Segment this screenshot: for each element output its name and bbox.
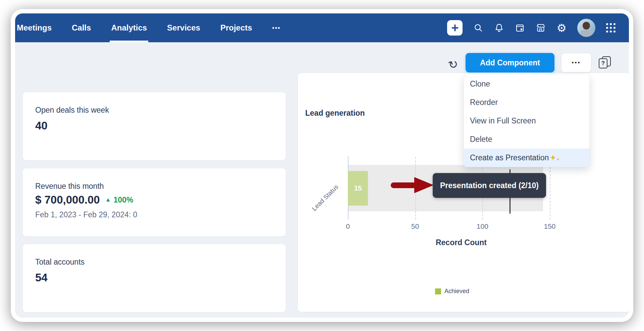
app-window: Meetings Calls Analytics Services Projec… [15, 13, 629, 318]
component-options-menu: Clone Reorder View in Full Screen Delete… [464, 75, 589, 167]
marketplace-store-icon[interactable] [536, 23, 546, 33]
kpi-value: $ 700,000.00 [35, 194, 100, 206]
legend-swatch [435, 288, 441, 294]
kpi-title: Open deals this week [35, 106, 273, 115]
kpi-card-open-deals: Open deals this week 40 [23, 92, 286, 160]
menu-item-label: Create as Presentation [470, 153, 549, 162]
notifications-bell-icon[interactable] [494, 23, 504, 33]
x-tick-label: 50 [411, 222, 419, 230]
kpi-title: Revenue this month [35, 182, 273, 191]
refresh-icon[interactable]: ↻ [446, 56, 460, 72]
annotation-arrow-icon [391, 177, 434, 193]
apps-grid-icon[interactable] [606, 23, 615, 33]
menu-item-create-as-presentation[interactable]: Create as Presentation ✦✦ [464, 149, 589, 167]
x-tick-label: 0 [346, 222, 350, 230]
help-docs-icon[interactable]: ? [598, 56, 611, 70]
kpi-value: 40 [35, 119, 273, 132]
menu-item-view-full-screen[interactable]: View in Full Screen [464, 112, 589, 130]
top-nav: Meetings Calls Analytics Services Projec… [15, 13, 629, 42]
legend-achieved[interactable]: Achieved [435, 288, 469, 295]
x-tick-label: 100 [477, 222, 488, 230]
nav-icon-row: + ⚙ [447, 19, 629, 37]
menu-item-delete[interactable]: Delete [464, 130, 589, 149]
nav-tabs: Meetings Calls Analytics Services Projec… [15, 13, 281, 42]
tab-meetings[interactable]: Meetings [17, 13, 52, 42]
plus-icon: + [451, 21, 459, 34]
settings-gear-icon[interactable]: ⚙ [556, 22, 567, 34]
sparkle-icon: ✦✦ [549, 153, 556, 163]
delta-percent: 100% [114, 196, 133, 205]
tab-calls[interactable]: Calls [72, 13, 91, 42]
search-icon[interactable] [473, 23, 483, 33]
legend-label: Achieved [444, 288, 469, 295]
x-axis-label: Record Count [436, 238, 487, 247]
chart-bar-label: 15 [354, 184, 362, 192]
kpi-value: 54 [35, 271, 273, 284]
kpi-delta: ▲ 100% [105, 196, 133, 205]
more-options-button[interactable]: ••• [561, 53, 591, 72]
tab-services[interactable]: Services [167, 13, 200, 42]
chart-bar: 15 [348, 171, 368, 206]
kpi-title: Total accounts [35, 258, 273, 267]
kpi-subtitle: Feb 1, 2023 - Feb 29, 2024: 0 [35, 210, 273, 219]
add-component-button[interactable]: Add Component [466, 53, 554, 72]
presentation-created-tooltip: Presentation created (2/10) [433, 173, 546, 198]
tab-analytics[interactable]: Analytics [111, 13, 147, 42]
help-question-mark: ? [599, 58, 607, 68]
menu-item-clone[interactable]: Clone [464, 75, 589, 93]
more-tabs-icon[interactable]: ••• [272, 13, 281, 42]
kpi-card-total-accounts: Total accounts 54 [23, 244, 286, 312]
tab-projects[interactable]: Projects [220, 13, 252, 42]
kpi-card-revenue: Revenue this month $ 700,000.00 ▲ 100% F… [23, 168, 286, 236]
quick-create-icon[interactable]: + [447, 20, 463, 36]
y-axis-label: Lead Status [311, 183, 340, 212]
delta-up-icon: ▲ [105, 197, 111, 203]
user-avatar[interactable] [577, 19, 595, 37]
x-tick-label: 150 [544, 222, 555, 230]
menu-item-reorder[interactable]: Reorder [464, 93, 589, 112]
calendar-icon[interactable] [515, 23, 525, 33]
